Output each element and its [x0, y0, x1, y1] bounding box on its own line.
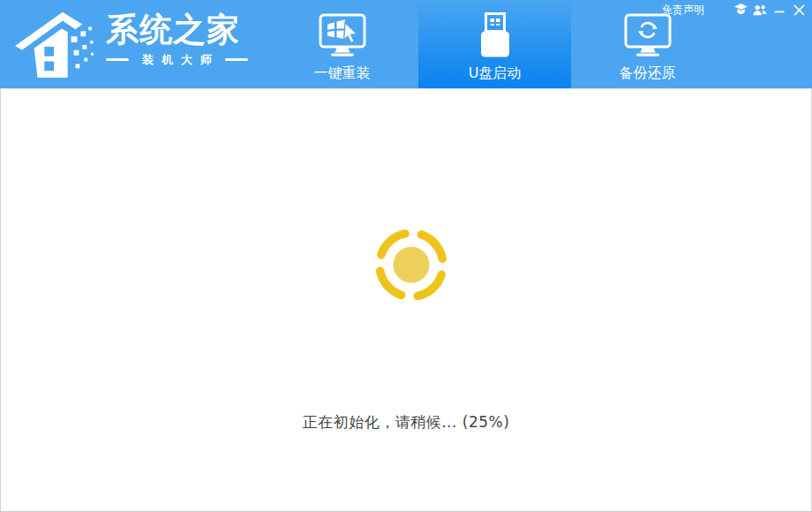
close-icon[interactable]: [792, 3, 806, 17]
app-header: 系统之家 装机大师: [0, 0, 812, 88]
nav-tabs: 一键重装 U盘启动: [266, 0, 724, 88]
monitor-windows-cursor-icon: [318, 11, 367, 59]
users-icon[interactable]: [753, 3, 767, 17]
app-logo: 系统之家 装机大师: [12, 5, 248, 81]
app-window: 系统之家 装机大师: [0, 0, 812, 512]
brand-text: 系统之家 装机大师: [106, 12, 248, 68]
brand-subtitle-label: 装机大师: [142, 52, 220, 68]
subtitle-right-dash: [225, 58, 248, 61]
tab-one-key-reinstall[interactable]: 一键重装: [266, 0, 418, 88]
titlebar-controls: 免责声明: [662, 3, 806, 17]
house-logo-icon: [12, 5, 101, 81]
brand-subtitle: 装机大师: [106, 52, 248, 68]
loading-status-text: 正在初始化，请稍候... (25%): [1, 412, 811, 433]
monitor-refresh-icon: [623, 11, 673, 59]
brand-name: 系统之家: [106, 12, 248, 49]
main-content: 正在初始化，请稍候... (25%): [0, 88, 812, 512]
tab-label: 一键重装: [314, 64, 371, 83]
tab-label: U盘启动: [469, 64, 522, 83]
tab-label: 备份还原: [620, 64, 676, 83]
service-cap-icon[interactable]: [733, 3, 748, 17]
loading-spinner-icon: [369, 222, 454, 307]
tab-usb-boot[interactable]: U盘启动: [418, 0, 571, 88]
usb-drive-icon: [475, 11, 515, 59]
subtitle-left-dash: [106, 58, 129, 61]
minimize-icon[interactable]: [772, 3, 786, 17]
disclaimer-link[interactable]: 免责声明: [662, 3, 704, 18]
